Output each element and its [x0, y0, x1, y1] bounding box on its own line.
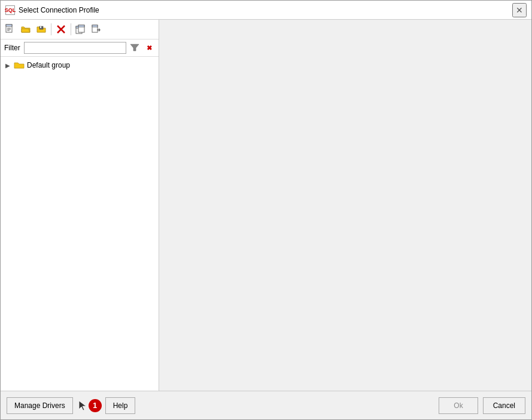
import-button[interactable]	[89, 22, 104, 36]
svg-rect-1	[6, 25, 12, 26]
bottom-right-actions: Ok Cancel	[439, 397, 525, 414]
import-icon	[91, 24, 102, 35]
app-icon: SQL	[5, 5, 15, 15]
new-profile-button[interactable]	[3, 22, 17, 36]
tree-item-label: Default group	[27, 61, 70, 69]
delete-button[interactable]	[54, 22, 68, 36]
filter-label: Filter	[4, 44, 20, 52]
expand-icon: ▶	[4, 62, 11, 69]
filter-row: Filter ✖	[1, 39, 159, 57]
copy-profile-icon	[75, 24, 86, 35]
bottom-left-actions: Manage Drivers 1 Help	[7, 397, 135, 414]
badge-area: 1	[77, 399, 102, 412]
open-folder-icon	[20, 24, 31, 35]
open-folder-button[interactable]	[19, 22, 33, 36]
copy-profile-button[interactable]	[74, 22, 88, 36]
notification-badge: 1	[89, 399, 102, 412]
filter-apply-icon[interactable]	[129, 42, 141, 54]
cancel-button[interactable]: Cancel	[483, 397, 525, 414]
manage-drivers-container: Manage Drivers	[7, 397, 73, 414]
svg-marker-17	[130, 44, 139, 51]
tree-area: ▶ Default group	[1, 57, 159, 391]
window-title: Select Connection Profile	[19, 6, 512, 14]
svg-rect-12	[78, 25, 84, 27]
tree-item-default-group[interactable]: ▶ Default group	[3, 59, 156, 71]
bottom-bar: Manage Drivers 1 Help Ok Cancel	[1, 391, 531, 419]
delete-icon	[56, 24, 66, 35]
filter-input[interactable]	[24, 42, 126, 54]
save-folder-icon	[36, 24, 47, 35]
manage-drivers-button[interactable]: Manage Drivers	[7, 397, 73, 414]
help-button[interactable]: Help	[105, 397, 136, 414]
svg-rect-14	[92, 25, 98, 27]
right-panel	[159, 20, 531, 391]
folder-icon	[14, 60, 25, 70]
title-bar: SQL Select Connection Profile ✕	[1, 1, 531, 20]
save-to-folder-button[interactable]	[34, 22, 48, 36]
new-profile-icon	[5, 24, 16, 35]
filter-clear-icon[interactable]: ✖	[143, 42, 155, 54]
close-button[interactable]: ✕	[512, 3, 527, 17]
toolbar	[1, 20, 159, 39]
svg-rect-6	[40, 26, 41, 28]
toolbar-separator-2	[71, 23, 71, 35]
left-panel: Filter ✖ ▶ Default group	[1, 20, 159, 391]
svg-marker-18	[79, 401, 86, 410]
ok-button[interactable]: Ok	[439, 397, 478, 414]
main-content: Filter ✖ ▶ Default group	[1, 20, 531, 391]
toolbar-separator-1	[51, 23, 51, 35]
cursor-icon	[78, 400, 87, 412]
